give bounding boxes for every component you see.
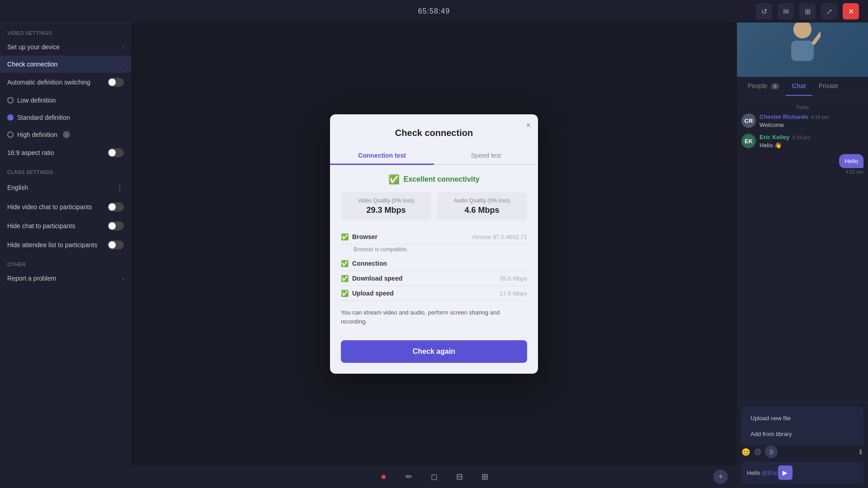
replay-icon[interactable]: ↺ bbox=[756, 3, 772, 19]
screen-share-icon[interactable]: ⊟ bbox=[451, 469, 467, 485]
emoji-icon[interactable]: 😊 bbox=[741, 448, 750, 456]
chevron-icon: › bbox=[122, 61, 124, 67]
upload-check-icon: ✅ bbox=[341, 290, 349, 297]
tab-speed-test[interactable]: Speed test bbox=[434, 147, 538, 165]
add-from-library[interactable]: Add from library bbox=[745, 426, 860, 442]
pen-icon[interactable]: ✏ bbox=[401, 469, 417, 485]
modal-body: ✅ Excellent connectivity Video Quality (… bbox=[330, 174, 538, 333]
connectivity-status: ✅ Excellent connectivity bbox=[341, 174, 527, 185]
check-again-button[interactable]: Check again bbox=[341, 340, 527, 363]
check-circle-icon: ✅ bbox=[388, 174, 400, 185]
chat-messages: Today CR Chester Richards 4:18 pm Welcom… bbox=[737, 96, 868, 402]
browser-value: chrome 97.0.4692.71 bbox=[472, 234, 527, 240]
record-icon[interactable]: ⏺ bbox=[375, 469, 392, 485]
hide-attendee-toggle[interactable] bbox=[108, 240, 124, 249]
eric-name: Eric Kelley bbox=[760, 134, 790, 141]
timer: 65:58:49 bbox=[418, 7, 450, 15]
send-button[interactable]: ▶ bbox=[778, 465, 793, 480]
add-button[interactable]: + bbox=[713, 469, 728, 484]
chester-time: 4:18 pm bbox=[811, 114, 829, 120]
chat-date-divider: Today bbox=[741, 104, 863, 110]
sidebar-item-low-def[interactable]: Low definition bbox=[0, 92, 131, 109]
browser-note: Browser is compatible. bbox=[341, 244, 527, 256]
upload-value: 17.8 Mbps bbox=[500, 290, 527, 297]
connection-check-icon: ✅ bbox=[341, 260, 349, 267]
sidebar-item-setup-device[interactable]: Set up your device › bbox=[0, 38, 131, 56]
modal-close-button[interactable]: × bbox=[526, 121, 531, 130]
video-settings-label: Video settings bbox=[0, 23, 131, 38]
low-def-radio[interactable] bbox=[7, 97, 14, 103]
sidebar-item-hide-attendee[interactable]: Hide attendee list to participants bbox=[0, 235, 131, 254]
eric-message: Helio 👋 bbox=[760, 142, 863, 149]
bottom-bar: ⏺ ✏ ◻ ⊟ ⊞ + bbox=[131, 465, 737, 488]
shapes-icon[interactable]: ◻ bbox=[426, 469, 442, 485]
upload-new-file[interactable]: Upload new file bbox=[745, 410, 860, 426]
mail-icon[interactable]: ✉ bbox=[778, 3, 794, 19]
modal-title: Check connection bbox=[330, 128, 538, 138]
end-call-icon[interactable]: ✕ bbox=[843, 3, 859, 19]
sidebar-item-high-def[interactable]: High definition i bbox=[0, 126, 131, 143]
aspect-ratio-toggle[interactable] bbox=[108, 148, 124, 157]
chester-name: Chester Richards bbox=[760, 113, 808, 120]
self-time: 4:22 pm bbox=[845, 169, 863, 174]
sidebar-item-auto-def[interactable]: Automatic definition switching bbox=[0, 73, 131, 92]
hide-chat-toggle[interactable] bbox=[108, 221, 124, 230]
sidebar-item-aspect-ratio[interactable]: 16:9 aspect ratio bbox=[0, 143, 131, 162]
modal-container: × Check connection Connection test Speed… bbox=[131, 23, 737, 465]
tab-people[interactable]: People 6 bbox=[741, 77, 786, 96]
class-settings-label: Class settings bbox=[0, 162, 131, 178]
layout-icon[interactable]: ⊞ bbox=[476, 469, 493, 485]
sticker-icon[interactable]: S bbox=[765, 446, 778, 458]
sidebar-item-standard-def[interactable]: Standard definition bbox=[0, 109, 131, 126]
check-item-upload: ✅ Upload speed 17.8 Mbps bbox=[341, 286, 527, 301]
download-icon[interactable]: ⬇ bbox=[858, 448, 863, 456]
chester-avatar: CR bbox=[741, 113, 756, 128]
check-connection-modal: × Check connection Connection test Speed… bbox=[330, 114, 538, 374]
sidebar-item-language[interactable]: English ⋮ bbox=[0, 178, 131, 197]
chevron-icon: › bbox=[122, 44, 124, 50]
audio-quality-label: Audio Quality (0% loss) bbox=[442, 197, 522, 204]
modal-summary: You can stream video and audio, perform … bbox=[341, 308, 527, 326]
video-quality-label: Video Quality (0% loss) bbox=[346, 197, 426, 204]
modal-tabs: Connection test Speed test bbox=[330, 147, 538, 165]
chat-input-box: Hello @Eric ▶ bbox=[741, 462, 863, 483]
hide-video-chat-toggle[interactable] bbox=[108, 202, 124, 211]
other-label: Other bbox=[0, 254, 131, 270]
chester-message: Welcome bbox=[760, 122, 863, 128]
tab-connection-test[interactable]: Connection test bbox=[330, 147, 434, 165]
sidebar-item-hide-chat[interactable]: Hide chat to participants bbox=[0, 216, 131, 235]
sidebar-item-check-connection[interactable]: Check connection › bbox=[0, 56, 131, 73]
audio-quality-value: 4.6 Mbps bbox=[442, 206, 522, 215]
top-bar-icons: ↺ ✉ ⊞ ⤢ ✕ bbox=[756, 3, 859, 19]
modal-footer: Check again bbox=[330, 333, 538, 374]
bottom-right-controls: + bbox=[713, 469, 728, 484]
auto-def-toggle[interactable] bbox=[108, 78, 124, 87]
svg-line-2 bbox=[814, 34, 821, 43]
check-item-connection: ✅ Connection bbox=[341, 256, 527, 271]
standard-def-radio[interactable] bbox=[7, 114, 14, 121]
high-def-radio[interactable] bbox=[7, 131, 14, 138]
language-dots-icon[interactable]: ⋮ bbox=[116, 183, 124, 192]
video-quality-value: 29.3 Mbps bbox=[346, 206, 426, 215]
quality-cards: Video Quality (0% loss) 29.3 Mbps Audio … bbox=[341, 192, 527, 221]
chat-message-eric: EK Eric Kelley 4:19 pm Helio 👋 bbox=[741, 134, 863, 149]
settings-sidebar: ☰ Settings ✕ Video settings Set up your … bbox=[0, 0, 131, 488]
check-item-download: ✅ Download speed 35.0 Mbps bbox=[341, 271, 527, 286]
tab-private[interactable]: Private bbox=[812, 77, 845, 96]
download-value: 35.0 Mbps bbox=[500, 275, 527, 282]
people-badge: 6 bbox=[771, 83, 779, 89]
self-message-bubble: Hello bbox=[839, 154, 863, 168]
screen-icon[interactable]: ⊞ bbox=[799, 3, 816, 19]
sidebar-item-hide-video-chat[interactable]: Hide video chat to participants bbox=[0, 197, 131, 216]
fullscreen-icon[interactable]: ⤢ bbox=[821, 3, 837, 19]
sidebar-item-report-problem[interactable]: Report a problem › bbox=[0, 270, 131, 287]
high-def-info-icon[interactable]: i bbox=[63, 131, 70, 138]
video-quality-card: Video Quality (0% loss) 29.3 Mbps bbox=[341, 192, 431, 221]
chat-message-self: Hello 4:22 pm bbox=[741, 154, 863, 174]
person-silhouette bbox=[784, 16, 821, 61]
at-icon[interactable]: @ bbox=[754, 448, 761, 456]
chat-input-area: Upload new file Add from library 😊 @ S ⬇… bbox=[737, 402, 868, 488]
eric-time: 4:19 pm bbox=[793, 135, 811, 140]
chat-message-chester: CR Chester Richards 4:18 pm Welcome bbox=[741, 113, 863, 128]
tab-chat[interactable]: Chat bbox=[786, 77, 812, 96]
